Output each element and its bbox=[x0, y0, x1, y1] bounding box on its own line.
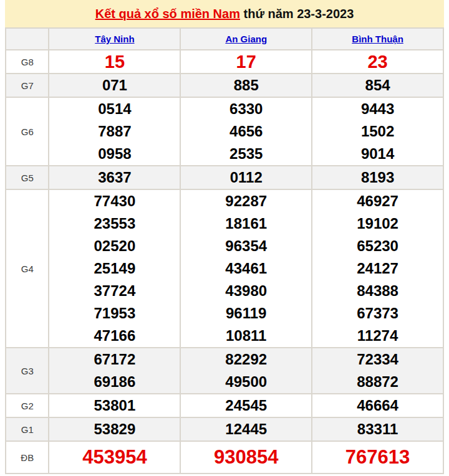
prize-number: 77430 bbox=[49, 190, 180, 212]
prize-number: 8193 bbox=[312, 166, 443, 189]
prize-number: 4656 bbox=[181, 120, 311, 143]
prize-numbers-cell: 46927191026523024127843886737311274 bbox=[312, 189, 443, 348]
prize-number: 96354 bbox=[181, 235, 311, 257]
prize-number: 854 bbox=[312, 74, 443, 97]
prize-numbers-cell: 633046562535 bbox=[180, 97, 312, 166]
prize-number: 885 bbox=[181, 74, 311, 97]
prize-number: 67172 bbox=[49, 348, 180, 371]
prize-numbers-cell: 930854 bbox=[180, 441, 312, 474]
prize-number: 0112 bbox=[181, 166, 311, 189]
prize-numbers-cell: 453954 bbox=[49, 441, 180, 474]
prize-number: 15 bbox=[49, 50, 180, 73]
prize-label: G6 bbox=[6, 97, 49, 166]
prize-label: G3 bbox=[6, 348, 49, 394]
prize-number: 19102 bbox=[312, 212, 443, 235]
prize-number: 46927 bbox=[312, 190, 443, 212]
prize-number: 43461 bbox=[181, 257, 311, 280]
prize-label: G5 bbox=[6, 166, 49, 189]
page-container: Kết quả xổ số miền Nam thứ năm 23-3-2023… bbox=[5, 0, 444, 474]
prize-row: G2538012454546664 bbox=[6, 394, 443, 417]
prize-number: 47166 bbox=[49, 325, 180, 347]
province-link[interactable]: Tây Ninh bbox=[95, 34, 134, 44]
prize-number: 88872 bbox=[312, 371, 443, 393]
prize-numbers-cell: 24545 bbox=[180, 394, 312, 417]
prize-numbers-cell: 53801 bbox=[49, 394, 180, 417]
prize-row: ĐB453954930854767613 bbox=[6, 441, 443, 474]
province-header-row: Tây NinhAn GiangBình Thuận bbox=[6, 28, 443, 50]
prize-number: 24545 bbox=[181, 394, 311, 417]
results-table: Tây NinhAn GiangBình Thuận G8151723G7071… bbox=[5, 27, 444, 474]
prize-numbers-cell: 23 bbox=[312, 50, 443, 74]
prize-number: 53829 bbox=[49, 418, 180, 440]
prize-number: 0958 bbox=[49, 143, 180, 165]
prize-row: G3671726918682292495007233488872 bbox=[6, 348, 443, 394]
prize-number: 46664 bbox=[312, 394, 443, 417]
title-date-text: thứ năm 23-3-2023 bbox=[244, 7, 354, 21]
prize-number: 6330 bbox=[181, 98, 311, 120]
prize-number: 53801 bbox=[49, 394, 180, 417]
title-link[interactable]: Kết quả xổ số miền Nam bbox=[95, 7, 240, 21]
prize-numbers-cell: 6717269186 bbox=[49, 348, 180, 394]
prize-numbers-cell: 854 bbox=[312, 74, 443, 97]
prize-numbers-cell: 0112 bbox=[180, 166, 312, 189]
prize-numbers-cell: 15 bbox=[49, 50, 180, 74]
prize-numbers-cell: 17 bbox=[180, 50, 312, 74]
prize-number: 930854 bbox=[181, 442, 311, 473]
prize-number: 7887 bbox=[49, 120, 180, 143]
prize-numbers-cell: 944315029014 bbox=[312, 97, 443, 166]
prize-numbers-cell: 83311 bbox=[312, 417, 443, 441]
prize-number: 83311 bbox=[312, 418, 443, 440]
prize-numbers-cell: 92287181619635443461439809611910811 bbox=[180, 189, 312, 348]
prize-number: 1502 bbox=[312, 120, 443, 143]
prize-numbers-cell: 8193 bbox=[312, 166, 443, 189]
prize-number: 17 bbox=[181, 50, 311, 73]
prize-numbers-cell: 3637 bbox=[49, 166, 180, 189]
prize-row: G477430235530252025149377247195347166922… bbox=[6, 189, 443, 348]
province-header-cell: An Giang bbox=[180, 28, 312, 50]
prize-row: G1538291244583311 bbox=[6, 417, 443, 441]
prize-numbers-cell: 7233488872 bbox=[312, 348, 443, 394]
prize-number: 2535 bbox=[181, 143, 311, 165]
prize-number: 071 bbox=[49, 74, 180, 97]
province-link[interactable]: Bình Thuận bbox=[352, 34, 403, 44]
prize-numbers-cell: 12445 bbox=[180, 417, 312, 441]
prize-number: 23 bbox=[312, 50, 443, 73]
prize-numbers-cell: 051478870958 bbox=[49, 97, 180, 166]
prize-numbers-cell: 77430235530252025149377247195347166 bbox=[49, 189, 180, 348]
prize-number: 72334 bbox=[312, 348, 443, 371]
province-link[interactable]: An Giang bbox=[225, 34, 267, 44]
prize-number: 24127 bbox=[312, 257, 443, 280]
prize-number: 3637 bbox=[49, 166, 180, 189]
prize-row: G5363701128193 bbox=[6, 166, 443, 189]
prize-number: 69186 bbox=[49, 371, 180, 393]
prize-number: 12445 bbox=[181, 418, 311, 440]
prize-row: G8151723 bbox=[6, 50, 443, 74]
prize-number: 49500 bbox=[181, 371, 311, 393]
table-body: G8151723G7071885854G60514788709586330465… bbox=[6, 50, 443, 474]
prize-row: G7071885854 bbox=[6, 74, 443, 97]
prize-number: 18161 bbox=[181, 212, 311, 235]
prize-number: 67373 bbox=[312, 302, 443, 325]
prize-label: G2 bbox=[6, 394, 49, 417]
prize-number: 71953 bbox=[49, 302, 180, 325]
prize-label: G7 bbox=[6, 74, 49, 97]
prize-numbers-cell: 071 bbox=[49, 74, 180, 97]
prize-number: 96119 bbox=[181, 302, 311, 325]
prize-label: ĐB bbox=[6, 441, 49, 474]
table-header: Tây NinhAn GiangBình Thuận bbox=[6, 28, 443, 50]
prize-number: 767613 bbox=[312, 442, 443, 473]
prize-number: 92287 bbox=[181, 190, 311, 212]
prize-label: G8 bbox=[6, 50, 49, 74]
title-bar: Kết quả xổ số miền Nam thứ năm 23-3-2023 bbox=[5, 0, 444, 27]
province-header-cell: Tây Ninh bbox=[49, 28, 180, 50]
prize-numbers-cell: 53829 bbox=[49, 417, 180, 441]
prize-number: 02520 bbox=[49, 235, 180, 257]
province-header-cell: Bình Thuận bbox=[312, 28, 443, 50]
prize-numbers-cell: 885 bbox=[180, 74, 312, 97]
corner-cell bbox=[6, 28, 49, 50]
prize-numbers-cell: 46664 bbox=[312, 394, 443, 417]
prize-numbers-cell: 767613 bbox=[312, 441, 443, 474]
prize-number: 84388 bbox=[312, 280, 443, 302]
prize-row: G6051478870958633046562535944315029014 bbox=[6, 97, 443, 166]
prize-number: 82292 bbox=[181, 348, 311, 371]
